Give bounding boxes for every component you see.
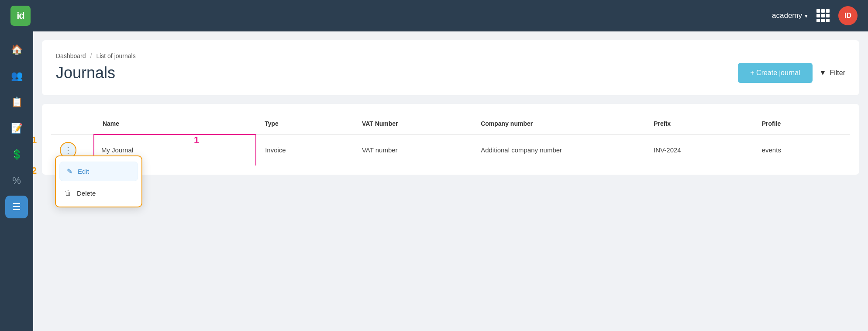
breadcrumb-separator: / (90, 52, 92, 59)
journal-vat-cell: VAT number (353, 134, 472, 166)
sidebar-item-percent[interactable]: % (5, 169, 28, 192)
col-actions (51, 113, 94, 135)
home-icon: 🏠 (11, 44, 23, 55)
page-header: Journals + Create journal ▼ Filter (56, 63, 845, 83)
delete-icon: 🗑 (65, 189, 72, 197)
edit-label: Edit (78, 168, 89, 175)
col-type-header: Type (256, 113, 353, 135)
table-row: ⋮ My Journal Invoice VAT number Addition… (51, 134, 851, 166)
invoice-icon: 📋 (11, 97, 23, 108)
breadcrumb-dashboard[interactable]: Dashboard (56, 52, 86, 59)
journals-table: Name Type VAT Number Company number Pref… (51, 113, 851, 166)
edit-icon: ✎ (67, 167, 72, 176)
sidebar-item-home[interactable]: 🏠 (5, 38, 28, 61)
sidebar-item-list[interactable]: ☰ (5, 196, 28, 218)
page-title: Journals (56, 64, 115, 82)
user-avatar[interactable]: ID (838, 6, 858, 25)
sidebar-item-invoices[interactable]: 📋 (5, 91, 28, 114)
top-navigation: id academy ▾ ID (0, 0, 868, 31)
col-prefix-header: Prefix (645, 113, 753, 135)
journal-profile-cell: events (753, 134, 851, 166)
header-actions: + Create journal ▼ Filter (738, 63, 845, 83)
sidebar-item-users[interactable]: 👥 (5, 65, 28, 87)
sidebar-item-dollar[interactable]: 💲 (5, 143, 28, 166)
table-header-row: Name Type VAT Number Company number Pref… (51, 113, 851, 135)
col-profile-header: Profile (753, 113, 851, 135)
list-icon: ☰ (12, 201, 21, 213)
row-actions-dropdown: ✎ Edit 🗑 Delete (55, 155, 142, 207)
users-icon: 👥 (11, 70, 23, 82)
col-vat-header: VAT Number (353, 113, 472, 135)
delete-label: Delete (77, 190, 96, 197)
journal-type-cell: Invoice (256, 134, 353, 166)
col-company-header: Company number (472, 113, 645, 135)
dropdown-delete-item[interactable]: 🗑 Delete (56, 183, 141, 203)
nav-right: academy ▾ ID (772, 6, 858, 25)
annotation-1-dots: 1 (33, 134, 37, 146)
chevron-down-icon: ▾ (805, 13, 808, 19)
filter-button[interactable]: ▼ Filter (820, 69, 845, 77)
apps-grid-icon[interactable] (816, 9, 830, 22)
nav-left: id (10, 6, 31, 26)
annotation-2: 2 (33, 165, 37, 176)
dropdown-edit-item[interactable]: ✎ Edit (59, 162, 138, 181)
breadcrumb-current: List of journals (96, 52, 135, 59)
sidebar: 🏠 👥 📋 📝 💲 % ☰ (0, 31, 33, 331)
filter-label: Filter (830, 69, 845, 77)
journal-prefix-cell: INV-2024 (645, 134, 753, 166)
breadcrumb: Dashboard / List of journals (56, 52, 845, 59)
filter-icon: ▼ (820, 69, 827, 77)
sidebar-item-notes[interactable]: 📝 (5, 117, 28, 140)
dollar-icon: 💲 (11, 149, 23, 160)
academy-button[interactable]: academy ▾ (772, 11, 808, 20)
notes-icon: 📝 (11, 123, 23, 134)
col-name-header: Name (94, 113, 256, 135)
percent-icon: % (12, 175, 21, 186)
table-section: 1 1 2 Name Type VAT Number Company numbe… (42, 104, 859, 175)
annotation-1-name: 1 (194, 134, 199, 146)
page-header-container: Dashboard / List of journals Journals + … (42, 40, 859, 95)
table-wrapper: 1 1 2 Name Type VAT Number Company numbe… (42, 104, 859, 175)
app-logo[interactable]: id (10, 6, 31, 26)
journal-company-cell: Additional company number (472, 134, 645, 166)
main-content: Dashboard / List of journals Journals + … (33, 31, 868, 331)
create-journal-button[interactable]: + Create journal (738, 63, 812, 83)
main-layout: 🏠 👥 📋 📝 💲 % ☰ Dashboard / List of journa… (0, 31, 868, 331)
